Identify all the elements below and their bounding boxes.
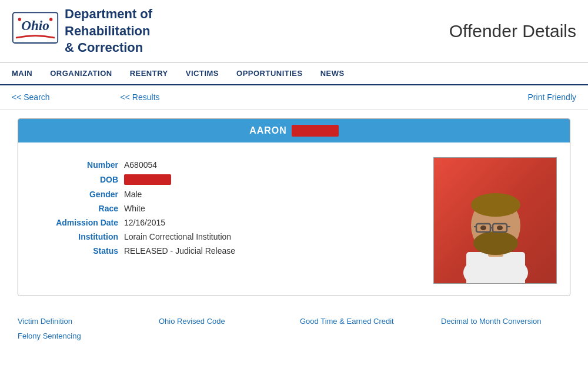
number-row: Number A680054	[30, 160, 420, 170]
nav-item-organization[interactable]: ORGANIZATION	[50, 64, 112, 82]
photo-area	[432, 154, 558, 284]
offender-card: AARON Number A680054 DOB Gender Male	[18, 118, 570, 296]
logo-area: Ohio Department ofRehabilitation& Correc…	[12, 6, 152, 57]
footer-good-time[interactable]: Good Time & Earned Credit	[300, 317, 429, 326]
page-header: Ohio Department ofRehabilitation& Correc…	[0, 0, 588, 63]
admission-date-row: Admission Date 12/16/2015	[30, 218, 420, 227]
dob-row: DOB	[30, 174, 420, 185]
admission-date-label: Admission Date	[30, 218, 124, 227]
offender-details: Number A680054 DOB Gender Male Race Whit…	[30, 154, 420, 284]
status-value: RELEASED - Judicial Release	[124, 246, 235, 256]
gender-label: Gender	[30, 190, 124, 199]
nav-item-reentry[interactable]: REENTRY	[130, 64, 168, 82]
gender-value: Male	[124, 190, 142, 199]
footer-decimal-month[interactable]: Decimal to Month Conversion	[441, 317, 570, 326]
institution-label: Institution	[30, 232, 124, 241]
number-label: Number	[30, 160, 124, 170]
gender-row: Gender Male	[30, 190, 420, 199]
results-link[interactable]: << Results	[121, 92, 160, 102]
race-row: Race White	[30, 204, 420, 213]
status-label: Status	[30, 246, 124, 256]
svg-point-3	[49, 18, 52, 21]
svg-point-11	[473, 231, 518, 255]
offender-photo	[433, 157, 557, 284]
footer-ohio-revised-code[interactable]: Ohio Revised Code	[159, 317, 288, 326]
org-title: Department ofRehabilitation& Correction	[65, 6, 152, 57]
nav-item-victims[interactable]: VICTIMS	[186, 64, 219, 82]
content-area: AARON Number A680054 DOB Gender Male	[0, 110, 588, 305]
card-header: AARON	[18, 119, 570, 142]
svg-text:Ohio: Ohio	[21, 18, 49, 33]
svg-point-17	[480, 226, 486, 230]
name-redacted-block	[292, 125, 339, 137]
print-friendly-link[interactable]: Print Friendly	[528, 92, 576, 102]
svg-point-2	[18, 18, 21, 21]
nav-item-main[interactable]: MAIN	[12, 64, 32, 82]
offender-first-name: AARON	[249, 125, 287, 136]
dob-redacted-block	[124, 174, 171, 185]
institution-value: Lorain Correctional Institution	[124, 232, 231, 241]
nav-item-opportunities[interactable]: OPPORTUNITIES	[236, 64, 303, 82]
number-value: A680054	[124, 160, 157, 170]
race-label: Race	[30, 204, 124, 213]
dob-label: DOB	[30, 175, 124, 184]
breadcrumb-bar: << Search << Results Print Friendly	[0, 85, 588, 110]
race-value: White	[124, 204, 145, 213]
svg-point-18	[497, 226, 503, 230]
card-body: Number A680054 DOB Gender Male Race Whit…	[18, 142, 570, 296]
svg-point-10	[471, 193, 520, 217]
nav-item-news[interactable]: NEWS	[320, 64, 345, 82]
svg-rect-7	[466, 252, 525, 284]
footer-victim-definition[interactable]: Victim Definition	[18, 317, 147, 326]
page-title: Offender Details	[449, 21, 576, 41]
institution-row: Institution Lorain Correctional Institut…	[30, 232, 420, 241]
search-link[interactable]: << Search	[12, 92, 50, 102]
footer-links: Victim Definition Ohio Revised Code Good…	[0, 305, 588, 346]
main-nav: MAIN ORGANIZATION REENTRY VICTIMS OPPORT…	[0, 63, 588, 85]
status-row: Status RELEASED - Judicial Release	[30, 246, 420, 256]
admission-date-value: 12/16/2015	[124, 218, 165, 227]
ohio-logo: Ohio	[12, 11, 59, 52]
footer-felony-sentencing[interactable]: Felony Sentencing	[18, 331, 147, 340]
